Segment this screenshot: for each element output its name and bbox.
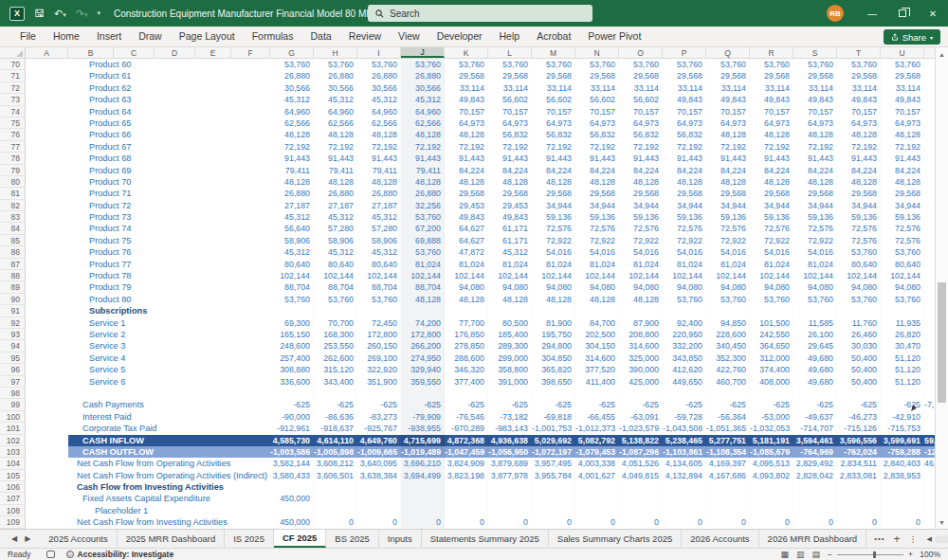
cell-M80[interactable]: 48,128 xyxy=(532,176,575,188)
cell-J91[interactable] xyxy=(401,305,445,316)
ribbon-tab-page-layout[interactable]: Page Layout xyxy=(171,27,244,46)
cell-overflow-80[interactable] xyxy=(924,176,935,188)
cell-a100[interactable] xyxy=(26,411,68,423)
cell-Q94[interactable]: 340,450 xyxy=(706,340,750,352)
cell-O109[interactable]: 0 xyxy=(619,516,663,528)
row-header-104[interactable]: 104 xyxy=(0,458,26,469)
cell-M72[interactable]: 33,114 xyxy=(532,82,575,94)
cell-M103[interactable]: -1,072,197 xyxy=(532,446,575,458)
cell-P102[interactable]: 5,238,465 xyxy=(663,435,706,446)
cell-M104[interactable]: 3,957,495 xyxy=(532,458,575,469)
cell-I79[interactable]: 79,411 xyxy=(357,165,401,176)
cell-O107[interactable] xyxy=(619,493,663,504)
cell-R104[interactable]: 4,095,513 xyxy=(750,458,793,469)
cell-overflow-94[interactable] xyxy=(924,340,935,352)
cell-L94[interactable]: 289,300 xyxy=(488,340,532,352)
cell-N103[interactable]: -1,079,453 xyxy=(575,446,619,458)
cell-a77[interactable] xyxy=(26,141,68,153)
cell-Q105[interactable]: 4,167,686 xyxy=(706,470,750,481)
cell-U96[interactable]: 51,120 xyxy=(881,364,924,375)
cell-T76[interactable]: 48,128 xyxy=(837,129,881,140)
cell-N80[interactable]: 48,128 xyxy=(575,176,619,188)
cell-L91[interactable] xyxy=(488,305,532,316)
cell-M87[interactable]: 81,024 xyxy=(532,259,575,270)
cell-L83[interactable]: 49,843 xyxy=(488,211,532,223)
cell-U104[interactable]: 2,840,403 xyxy=(881,458,924,469)
cell-T72[interactable]: 33,114 xyxy=(837,82,881,94)
cell-O74[interactable]: 70,157 xyxy=(619,106,663,117)
cell-L107[interactable] xyxy=(488,493,532,504)
cell-S100[interactable]: -49,637 xyxy=(793,411,837,423)
row-header-74[interactable]: 74 xyxy=(0,106,26,117)
cell-R99[interactable]: -625 xyxy=(750,399,793,410)
cell-I76[interactable]: 48,128 xyxy=(357,129,401,140)
cell-Q99[interactable]: -625 xyxy=(706,399,750,410)
cell-H89[interactable]: 88,704 xyxy=(314,281,357,293)
cell-J78[interactable]: 91,443 xyxy=(401,153,445,164)
cell-K105[interactable]: 3,823,198 xyxy=(445,470,488,481)
cell-N82[interactable]: 34,944 xyxy=(575,200,619,211)
cell-N97[interactable]: 411,400 xyxy=(575,376,619,388)
cell-M91[interactable] xyxy=(532,305,575,316)
cell-N83[interactable]: 59,136 xyxy=(575,211,619,223)
cell-N87[interactable]: 81,024 xyxy=(575,259,619,270)
cell-G81[interactable]: 26,880 xyxy=(270,188,314,199)
cell-S105[interactable]: 2,828,042 xyxy=(793,470,837,481)
cell-G95[interactable]: 257,400 xyxy=(270,352,314,364)
cell-S102[interactable]: 3,594,461 xyxy=(793,435,837,446)
cell-G76[interactable]: 48,128 xyxy=(270,129,314,140)
cell-J84[interactable]: 67,200 xyxy=(401,223,445,234)
column-header-N[interactable]: N xyxy=(575,47,619,58)
cell-R73[interactable]: 49,843 xyxy=(750,94,793,105)
cell-L81[interactable]: 29,568 xyxy=(488,188,532,199)
ribbon-tab-help[interactable]: Help xyxy=(491,27,529,46)
ribbon-tab-view[interactable]: View xyxy=(390,27,428,46)
row-header-103[interactable]: 103 xyxy=(0,446,26,458)
cell-P71[interactable]: 29,568 xyxy=(663,70,706,81)
sheet-tab-bs-2025[interactable]: BS 2025 xyxy=(326,530,378,548)
cell-H77[interactable]: 72,192 xyxy=(314,141,357,153)
cell-Q87[interactable]: 81,024 xyxy=(706,259,750,270)
cell-G109[interactable]: 450,000 xyxy=(270,516,314,528)
cell-Q85[interactable]: 72,922 xyxy=(706,235,750,246)
cell-U87[interactable]: 80,640 xyxy=(881,259,924,270)
cell-M100[interactable]: -69,818 xyxy=(532,411,575,423)
cell-S98[interactable] xyxy=(793,388,837,399)
cell-N102[interactable]: 5,082,792 xyxy=(575,435,619,446)
cell-K91[interactable] xyxy=(445,305,488,316)
row-header-77[interactable]: 77 xyxy=(0,141,26,153)
cell-J96[interactable]: 329,940 xyxy=(401,364,445,375)
cell-L101[interactable]: -983,143 xyxy=(488,423,532,434)
cell-S79[interactable]: 84,224 xyxy=(793,165,837,176)
cell-J83[interactable]: 53,760 xyxy=(401,211,445,223)
cell-O94[interactable]: 314,600 xyxy=(619,340,663,352)
cell-I106[interactable] xyxy=(357,481,401,493)
cell-O100[interactable]: -63,091 xyxy=(619,411,663,423)
cell-J77[interactable]: 72,192 xyxy=(401,141,445,153)
cell-S101[interactable]: -714,707 xyxy=(793,423,837,434)
cell-P83[interactable]: 59,136 xyxy=(663,211,706,223)
cell-J102[interactable]: 4,715,699 xyxy=(401,435,445,446)
cell-label-87[interactable]: Product 77 xyxy=(68,259,270,270)
cell-O87[interactable]: 81,024 xyxy=(619,259,663,270)
cell-a80[interactable] xyxy=(26,176,68,188)
cell-N93[interactable]: 202,500 xyxy=(575,329,619,340)
cell-M98[interactable] xyxy=(532,388,575,399)
cell-P109[interactable]: 0 xyxy=(663,516,706,528)
cell-S76[interactable]: 48,128 xyxy=(793,129,837,140)
cell-N84[interactable]: 72,576 xyxy=(575,223,619,234)
cell-R72[interactable]: 33,114 xyxy=(750,82,793,94)
column-header-K[interactable]: K xyxy=(445,47,488,58)
cell-H84[interactable]: 57,280 xyxy=(314,223,357,234)
sheet-tab-2025-accounts[interactable]: 2025 Accounts xyxy=(40,530,117,548)
column-header-M[interactable]: M xyxy=(532,47,575,58)
cell-G99[interactable]: -625 xyxy=(270,399,314,410)
cell-label-79[interactable]: Product 69 xyxy=(68,165,270,176)
sheet-tab-sales-summary-charts-2025[interactable]: Sales Summary Charts 2025 xyxy=(549,530,682,548)
cell-L74[interactable]: 70,157 xyxy=(488,106,532,117)
row-header-99[interactable]: 99 xyxy=(0,399,26,410)
cell-T75[interactable]: 64,973 xyxy=(837,117,881,129)
cell-J109[interactable]: 0 xyxy=(401,516,445,528)
cell-I91[interactable] xyxy=(357,305,401,316)
cell-M73[interactable]: 56,602 xyxy=(532,94,575,105)
